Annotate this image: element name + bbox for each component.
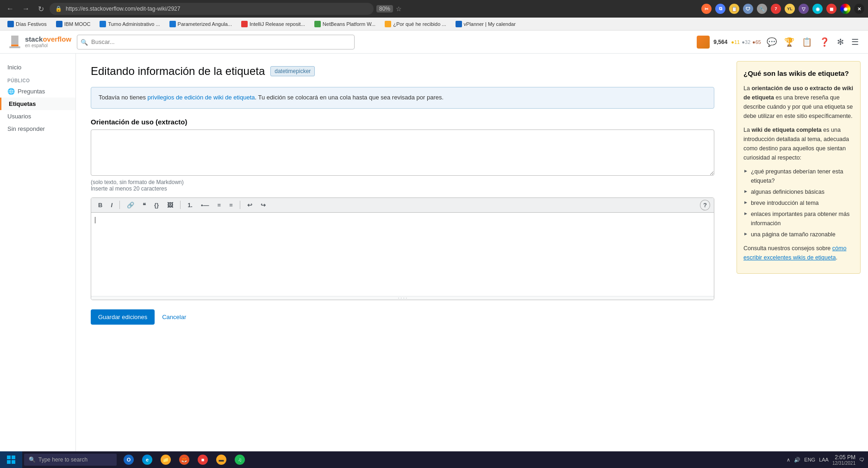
lock-icon: 🔒 — [55, 6, 62, 12]
taskbar-up-icon: ∧ — [787, 457, 790, 463]
bookmark-dias-festivos[interactable]: Días Festivos — [4, 20, 50, 28]
ul-icon: •— — [201, 202, 209, 209]
taskbar-search-icon: 🔍 — [29, 456, 36, 463]
redo-button[interactable]: ↪ — [257, 200, 269, 210]
code-button[interactable]: {} — [151, 200, 162, 210]
ol-button[interactable]: 1. — [184, 200, 196, 210]
wiki-bullet-3: breve introducción al tema — [743, 198, 854, 208]
help-icon[interactable]: ❓ — [818, 35, 831, 49]
taskbar-volume-icon[interactable]: 🔊 — [794, 457, 800, 463]
taskbar: 🔍 Type here to search O e 📁 🦊 ■ ▬ ♫ ∧ 🔊 … — [0, 451, 868, 468]
ext-copy-icon[interactable]: ⧉ — [715, 4, 725, 14]
taskbar-apps: O e 📁 🦊 ■ ▬ ♫ — [120, 451, 248, 468]
bookmark-porque[interactable]: ¿Por qué he recibido ... — [381, 20, 450, 28]
quote-icon: ❝ — [143, 202, 146, 209]
ext-shield-icon[interactable]: 🛡 — [743, 4, 753, 14]
align-left-button[interactable]: ≡ — [214, 200, 225, 210]
undo-icon: ↩ — [247, 202, 252, 209]
undo-button[interactable]: ↩ — [244, 200, 256, 210]
address-bar[interactable]: 🔒 https://es.stackoverflow.com/edit-tag-… — [50, 3, 374, 15]
forward-button[interactable]: → — [19, 4, 32, 14]
star-icon[interactable]: ☆ — [396, 5, 402, 12]
cancel-button[interactable]: Cancelar — [160, 312, 188, 322]
editor-body[interactable] — [91, 213, 714, 296]
ext-rainbow-icon[interactable]: ◉ — [840, 4, 850, 14]
avatar[interactable] — [697, 36, 710, 49]
edge-icon: e — [142, 455, 152, 465]
bookmark-netbeans[interactable]: NetBeans Platform W... — [311, 20, 379, 28]
quote-button[interactable]: ❝ — [139, 200, 149, 210]
bookmark-turno[interactable]: Turno Administrativo ... — [96, 20, 163, 28]
so-logo[interactable]: stackoverflow en español — [7, 34, 71, 50]
taskbar-cortana[interactable]: O — [120, 451, 137, 468]
image-button[interactable]: 🖼 — [164, 200, 176, 210]
privileges-link[interactable]: privilegios de edición de wiki de etique… — [148, 94, 255, 101]
toolbar-sep-1 — [119, 201, 120, 209]
extract-textarea[interactable] — [91, 129, 714, 176]
editor-resize-handle[interactable]: · · · · — [91, 296, 714, 300]
main-layout: Inicio PÚBLICO 🌐 Preguntas Etiquetas Usu… — [0, 54, 868, 451]
review-icon[interactable]: 📋 — [800, 35, 814, 49]
ext-scissors-icon[interactable]: ✂ — [701, 4, 712, 14]
ext-yl-icon[interactable]: YL — [785, 4, 795, 14]
sidebar-item-preguntas[interactable]: 🌐 Preguntas — [0, 85, 75, 98]
menu-icon[interactable]: ☰ — [849, 35, 861, 49]
clock-date: 12/31/2021 — [832, 461, 856, 466]
sidebar-item-usuarios[interactable]: Usuarios — [0, 110, 75, 123]
taskbar-spotify[interactable]: ♫ — [231, 451, 248, 468]
taskbar-app5[interactable]: ■ — [194, 451, 211, 468]
ext-red-dot[interactable]: 7 — [771, 4, 781, 14]
browser-chrome: ← → ↻ 🔒 https://es.stackoverflow.com/edi… — [0, 0, 868, 18]
start-button[interactable] — [0, 451, 22, 468]
wiki-para-1: La orientación de uso o extracto de wiki… — [743, 84, 854, 121]
ext-red2-icon[interactable]: ◼ — [826, 4, 837, 14]
bookmark-icon — [456, 21, 462, 27]
ext-x-icon[interactable]: ✕ — [854, 4, 864, 14]
bookmark-icon — [385, 21, 391, 27]
taskbar-app6[interactable]: ▬ — [213, 451, 230, 468]
extract-section-label: Orientación de uso (extracto) — [91, 118, 714, 126]
save-button[interactable]: Guardar ediciones — [91, 309, 155, 325]
bookmark-vplanner[interactable]: vPlanner | My calendar — [452, 20, 519, 28]
svg-rect-1 — [11, 44, 19, 46]
help-toolbar-button[interactable]: ? — [700, 200, 710, 210]
main-content: Editando información de la etiqueta date… — [76, 54, 729, 451]
align-justify-button[interactable]: ≡ — [226, 200, 236, 210]
wiki-bullet-4: enlaces importantes para obtener más inf… — [743, 209, 854, 228]
bold-button[interactable]: B — [95, 200, 106, 210]
wiki-editor: B I 🔗 ❝ {} 🖼 1. — [91, 197, 714, 300]
achievements-icon[interactable]: 🏆 — [782, 35, 796, 49]
ext-clip-icon[interactable]: 📋 — [729, 4, 739, 14]
taskbar-firefox[interactable]: 🦊 — [176, 451, 193, 468]
sidebar-item-etiquetas[interactable]: Etiquetas — [0, 98, 75, 110]
tag-badge: datetimepicker — [270, 66, 315, 76]
notification-icon[interactable]: 🗨 — [859, 457, 864, 462]
bookmark-icon — [169, 21, 176, 27]
ext-wrench-icon[interactable]: 🔧 — [757, 4, 767, 14]
settings-icon[interactable]: ✻ — [835, 35, 846, 49]
refresh-button[interactable]: ↻ — [35, 4, 47, 14]
ul-button[interactable]: •— — [198, 200, 212, 210]
taskbar-explorer[interactable]: 📁 — [157, 451, 174, 468]
bookmark-ibm-mooc[interactable]: IBM MOOC — [52, 20, 94, 28]
editor-cursor — [95, 217, 95, 223]
inbox-icon[interactable]: 💬 — [765, 35, 779, 49]
taskbar-search-box[interactable]: 🔍 Type here to search — [24, 454, 117, 466]
link-button[interactable]: 🔗 — [124, 200, 137, 210]
bookmark-icon — [7, 21, 14, 27]
globe-icon: 🌐 — [7, 88, 15, 95]
sidebar-item-sin-responder[interactable]: Sin responder — [0, 123, 75, 135]
italic-button[interactable]: I — [107, 200, 116, 210]
ext-purple-icon[interactable]: ▽ — [799, 4, 809, 14]
bookmark-angular[interactable]: Parameterized Angula... — [166, 20, 236, 28]
taskbar-edge[interactable]: e — [139, 451, 156, 468]
search-input[interactable] — [77, 35, 355, 49]
back-button[interactable]: ← — [4, 4, 17, 14]
bookmark-intellij[interactable]: IntelliJ Release reposit... — [237, 20, 309, 28]
align-left-icon: ≡ — [218, 202, 221, 209]
sidebar-item-inicio[interactable]: Inicio — [0, 61, 75, 74]
extension-icons: ✂ ⧉ 📋 🛡 🔧 7 YL ▽ ◉ ◼ ◉ ✕ — [701, 4, 864, 14]
bronze-badge: ●65 — [752, 39, 761, 45]
ext-teal-icon[interactable]: ◉ — [812, 4, 823, 14]
wiki-footer: Consulta nuestros consejos sobre cómo es… — [743, 244, 854, 262]
